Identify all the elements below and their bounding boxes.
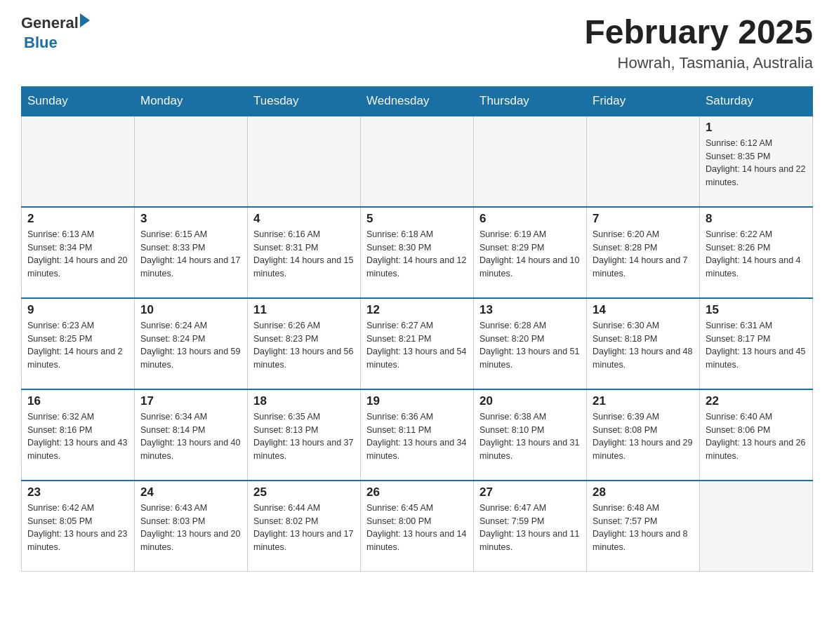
day-info: Sunrise: 6:24 AMSunset: 8:24 PMDaylight:… — [140, 319, 241, 372]
day-info: Sunrise: 6:45 AMSunset: 8:00 PMDaylight:… — [366, 502, 468, 554]
day-number: 19 — [366, 394, 468, 408]
day-number: 10 — [140, 303, 241, 317]
calendar-table: SundayMondayTuesdayWednesdayThursdayFrid… — [21, 86, 813, 572]
calendar-week-row: 9Sunrise: 6:23 AMSunset: 8:25 PMDaylight… — [22, 298, 813, 389]
day-info: Sunrise: 6:22 AMSunset: 8:26 PMDaylight:… — [706, 228, 807, 281]
day-info: Sunrise: 6:27 AMSunset: 8:21 PMDaylight:… — [366, 319, 468, 372]
calendar-cell: 22Sunrise: 6:40 AMSunset: 8:06 PMDayligh… — [700, 389, 813, 481]
day-number: 8 — [706, 212, 807, 226]
calendar-cell: 9Sunrise: 6:23 AMSunset: 8:25 PMDaylight… — [22, 298, 135, 389]
day-number: 15 — [706, 303, 807, 317]
calendar-cell — [22, 116, 135, 207]
calendar-cell: 24Sunrise: 6:43 AMSunset: 8:03 PMDayligh… — [135, 481, 248, 572]
calendar-day-header: Wednesday — [361, 86, 474, 116]
day-info: Sunrise: 6:38 AMSunset: 8:10 PMDaylight:… — [479, 410, 581, 463]
day-info: Sunrise: 6:13 AMSunset: 8:34 PMDaylight:… — [27, 228, 128, 281]
calendar-cell: 20Sunrise: 6:38 AMSunset: 8:10 PMDayligh… — [474, 389, 587, 481]
calendar-cell: 2Sunrise: 6:13 AMSunset: 8:34 PMDaylight… — [22, 207, 135, 298]
calendar-cell: 5Sunrise: 6:18 AMSunset: 8:30 PMDaylight… — [361, 207, 474, 298]
day-number: 11 — [253, 303, 355, 317]
calendar-cell: 13Sunrise: 6:28 AMSunset: 8:20 PMDayligh… — [474, 298, 587, 389]
page-header: General Blue February 2025 Howrah, Tasma… — [21, 14, 813, 72]
day-number: 16 — [27, 394, 128, 408]
calendar-cell — [135, 116, 248, 207]
day-info: Sunrise: 6:18 AMSunset: 8:30 PMDaylight:… — [366, 228, 468, 281]
calendar-cell: 10Sunrise: 6:24 AMSunset: 8:24 PMDayligh… — [135, 298, 248, 389]
calendar-week-row: 23Sunrise: 6:42 AMSunset: 8:05 PMDayligh… — [22, 481, 813, 572]
calendar-cell — [587, 116, 700, 207]
day-number: 1 — [706, 121, 807, 135]
calendar-cell: 11Sunrise: 6:26 AMSunset: 8:23 PMDayligh… — [248, 298, 361, 389]
day-info: Sunrise: 6:16 AMSunset: 8:31 PMDaylight:… — [253, 228, 355, 281]
day-number: 21 — [593, 394, 694, 408]
day-info: Sunrise: 6:47 AMSunset: 7:59 PMDaylight:… — [479, 502, 581, 554]
day-info: Sunrise: 6:26 AMSunset: 8:23 PMDaylight:… — [253, 319, 355, 372]
calendar-week-row: 1Sunrise: 6:12 AMSunset: 8:35 PMDaylight… — [22, 116, 813, 207]
calendar-day-header: Tuesday — [248, 86, 361, 116]
day-info: Sunrise: 6:20 AMSunset: 8:28 PMDaylight:… — [593, 228, 694, 281]
logo: General Blue — [21, 14, 90, 52]
calendar-cell: 25Sunrise: 6:44 AMSunset: 8:02 PMDayligh… — [248, 481, 361, 572]
calendar-day-header: Saturday — [700, 86, 813, 116]
calendar-week-row: 2Sunrise: 6:13 AMSunset: 8:34 PMDaylight… — [22, 207, 813, 298]
day-info: Sunrise: 6:30 AMSunset: 8:18 PMDaylight:… — [593, 319, 694, 372]
day-number: 22 — [706, 394, 807, 408]
calendar-cell: 28Sunrise: 6:48 AMSunset: 7:57 PMDayligh… — [587, 481, 700, 572]
calendar-cell: 16Sunrise: 6:32 AMSunset: 8:16 PMDayligh… — [22, 389, 135, 481]
day-info: Sunrise: 6:23 AMSunset: 8:25 PMDaylight:… — [27, 319, 128, 372]
calendar-day-header: Monday — [135, 86, 248, 116]
calendar-cell: 4Sunrise: 6:16 AMSunset: 8:31 PMDaylight… — [248, 207, 361, 298]
day-info: Sunrise: 6:12 AMSunset: 8:35 PMDaylight:… — [706, 137, 807, 189]
calendar-cell: 14Sunrise: 6:30 AMSunset: 8:18 PMDayligh… — [587, 298, 700, 389]
calendar-cell: 18Sunrise: 6:35 AMSunset: 8:13 PMDayligh… — [248, 389, 361, 481]
calendar-cell: 15Sunrise: 6:31 AMSunset: 8:17 PMDayligh… — [700, 298, 813, 389]
day-number: 26 — [366, 485, 468, 499]
day-number: 18 — [253, 394, 355, 408]
calendar-cell — [474, 116, 587, 207]
day-info: Sunrise: 6:34 AMSunset: 8:14 PMDaylight:… — [140, 410, 241, 463]
title-block: February 2025 Howrah, Tasmania, Australi… — [584, 14, 813, 72]
calendar-cell: 12Sunrise: 6:27 AMSunset: 8:21 PMDayligh… — [361, 298, 474, 389]
day-info: Sunrise: 6:15 AMSunset: 8:33 PMDaylight:… — [140, 228, 241, 281]
calendar-cell: 8Sunrise: 6:22 AMSunset: 8:26 PMDaylight… — [700, 207, 813, 298]
day-number: 14 — [593, 303, 694, 317]
day-number: 17 — [140, 394, 241, 408]
day-number: 4 — [253, 212, 355, 226]
logo-blue-text: Blue — [24, 34, 58, 52]
calendar-week-row: 16Sunrise: 6:32 AMSunset: 8:16 PMDayligh… — [22, 389, 813, 481]
day-number: 25 — [253, 485, 355, 499]
calendar-cell: 3Sunrise: 6:15 AMSunset: 8:33 PMDaylight… — [135, 207, 248, 298]
logo-general-text: General — [21, 14, 79, 32]
day-number: 12 — [366, 303, 468, 317]
day-number: 7 — [593, 212, 694, 226]
day-number: 13 — [479, 303, 581, 317]
calendar-day-header: Thursday — [474, 86, 587, 116]
calendar-day-header: Sunday — [22, 86, 135, 116]
day-info: Sunrise: 6:43 AMSunset: 8:03 PMDaylight:… — [140, 502, 241, 554]
calendar-cell: 23Sunrise: 6:42 AMSunset: 8:05 PMDayligh… — [22, 481, 135, 572]
calendar-cell — [700, 481, 813, 572]
month-title: February 2025 — [584, 14, 813, 51]
calendar-cell: 1Sunrise: 6:12 AMSunset: 8:35 PMDaylight… — [700, 116, 813, 207]
calendar-cell: 27Sunrise: 6:47 AMSunset: 7:59 PMDayligh… — [474, 481, 587, 572]
calendar-header-row: SundayMondayTuesdayWednesdayThursdayFrid… — [22, 86, 813, 116]
day-number: 24 — [140, 485, 241, 499]
day-info: Sunrise: 6:28 AMSunset: 8:20 PMDaylight:… — [479, 319, 581, 372]
calendar-cell: 19Sunrise: 6:36 AMSunset: 8:11 PMDayligh… — [361, 389, 474, 481]
day-info: Sunrise: 6:31 AMSunset: 8:17 PMDaylight:… — [706, 319, 807, 372]
calendar-cell — [361, 116, 474, 207]
day-number: 6 — [479, 212, 581, 226]
day-info: Sunrise: 6:44 AMSunset: 8:02 PMDaylight:… — [253, 502, 355, 554]
day-info: Sunrise: 6:48 AMSunset: 7:57 PMDaylight:… — [593, 502, 694, 554]
day-number: 27 — [479, 485, 581, 499]
day-number: 5 — [366, 212, 468, 226]
day-info: Sunrise: 6:40 AMSunset: 8:06 PMDaylight:… — [706, 410, 807, 463]
day-info: Sunrise: 6:36 AMSunset: 8:11 PMDaylight:… — [366, 410, 468, 463]
calendar-cell: 26Sunrise: 6:45 AMSunset: 8:00 PMDayligh… — [361, 481, 474, 572]
logo-arrow-icon — [80, 13, 90, 27]
calendar-cell — [248, 116, 361, 207]
day-info: Sunrise: 6:39 AMSunset: 8:08 PMDaylight:… — [593, 410, 694, 463]
day-number: 23 — [27, 485, 128, 499]
calendar-cell: 6Sunrise: 6:19 AMSunset: 8:29 PMDaylight… — [474, 207, 587, 298]
calendar-cell: 21Sunrise: 6:39 AMSunset: 8:08 PMDayligh… — [587, 389, 700, 481]
